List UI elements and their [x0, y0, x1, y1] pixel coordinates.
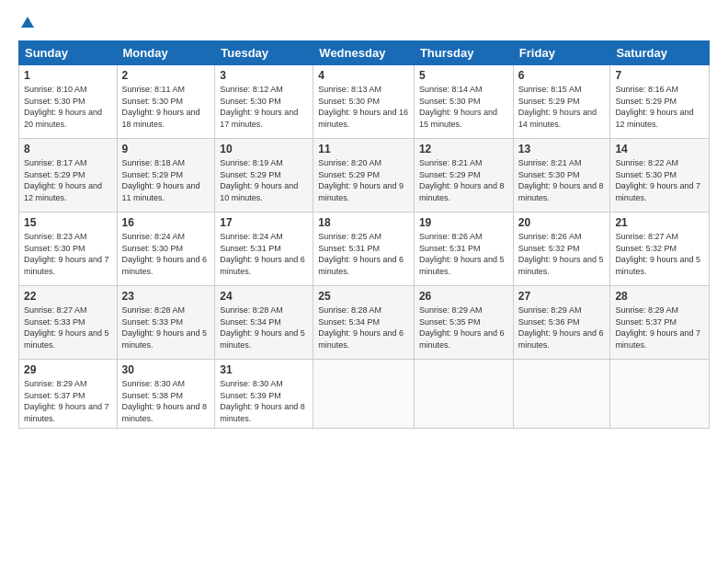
- day-number: 23: [122, 290, 210, 303]
- day-info: Sunrise: 8:29 AM Sunset: 5:35 PM Dayligh…: [419, 305, 505, 350]
- day-number: 1: [24, 69, 112, 82]
- day-info: Sunrise: 8:23 AM Sunset: 5:30 PM Dayligh…: [24, 232, 109, 276]
- weekday-header-friday: Friday: [513, 41, 610, 65]
- day-info: Sunrise: 8:27 AM Sunset: 5:33 PM Dayligh…: [24, 305, 109, 350]
- calendar-cell: 27 Sunrise: 8:29 AM Sunset: 5:36 PM Dayl…: [513, 286, 610, 360]
- day-number: 2: [122, 69, 210, 82]
- day-number: 6: [518, 69, 606, 82]
- day-info: Sunrise: 8:25 AM Sunset: 5:31 PM Dayligh…: [318, 232, 404, 276]
- calendar-cell: [313, 360, 415, 429]
- calendar-cell: 19 Sunrise: 8:26 AM Sunset: 5:31 PM Dayl…: [414, 213, 513, 286]
- calendar-cell: 25 Sunrise: 8:28 AM Sunset: 5:34 PM Dayl…: [313, 286, 415, 360]
- calendar-cell: 12 Sunrise: 8:21 AM Sunset: 5:29 PM Dayl…: [414, 139, 513, 213]
- day-info: Sunrise: 8:26 AM Sunset: 5:32 PM Dayligh…: [518, 232, 604, 276]
- calendar-cell: 6 Sunrise: 8:15 AM Sunset: 5:29 PM Dayli…: [513, 65, 610, 139]
- logo: [18, 15, 37, 31]
- calendar: SundayMondayTuesdayWednesdayThursdayFrid…: [18, 40, 710, 429]
- calendar-cell: 30 Sunrise: 8:30 AM Sunset: 5:38 PM Dayl…: [117, 360, 215, 429]
- weekday-header-row: SundayMondayTuesdayWednesdayThursdayFrid…: [19, 41, 710, 65]
- day-number: 18: [318, 216, 409, 229]
- calendar-cell: 21 Sunrise: 8:27 AM Sunset: 5:32 PM Dayl…: [610, 213, 710, 286]
- svg-marker-0: [21, 17, 34, 28]
- day-number: 19: [419, 216, 508, 229]
- day-info: Sunrise: 8:29 AM Sunset: 5:37 PM Dayligh…: [615, 305, 700, 350]
- calendar-cell: [610, 360, 710, 429]
- calendar-cell: 16 Sunrise: 8:24 AM Sunset: 5:30 PM Dayl…: [117, 213, 215, 286]
- calendar-cell: 14 Sunrise: 8:22 AM Sunset: 5:30 PM Dayl…: [610, 139, 710, 213]
- day-number: 28: [615, 290, 704, 303]
- day-info: Sunrise: 8:26 AM Sunset: 5:31 PM Dayligh…: [419, 232, 505, 276]
- day-info: Sunrise: 8:19 AM Sunset: 5:29 PM Dayligh…: [220, 158, 298, 202]
- calendar-cell: 13 Sunrise: 8:21 AM Sunset: 5:30 PM Dayl…: [513, 139, 610, 213]
- day-number: 26: [419, 290, 508, 303]
- header: [18, 15, 710, 31]
- calendar-cell: [414, 360, 513, 429]
- weekday-header-tuesday: Tuesday: [215, 41, 313, 65]
- day-info: Sunrise: 8:14 AM Sunset: 5:30 PM Dayligh…: [419, 85, 497, 129]
- day-info: Sunrise: 8:16 AM Sunset: 5:29 PM Dayligh…: [615, 85, 693, 129]
- day-number: 4: [318, 69, 409, 82]
- calendar-cell: 15 Sunrise: 8:23 AM Sunset: 5:30 PM Dayl…: [19, 213, 118, 286]
- calendar-cell: 4 Sunrise: 8:13 AM Sunset: 5:30 PM Dayli…: [313, 65, 415, 139]
- day-number: 10: [220, 143, 308, 155]
- day-number: 12: [419, 143, 508, 155]
- day-number: 31: [220, 363, 308, 376]
- day-info: Sunrise: 8:15 AM Sunset: 5:29 PM Dayligh…: [518, 85, 597, 129]
- calendar-cell: 1 Sunrise: 8:10 AM Sunset: 5:30 PM Dayli…: [19, 65, 118, 139]
- day-info: Sunrise: 8:24 AM Sunset: 5:31 PM Dayligh…: [220, 232, 305, 276]
- day-number: 15: [24, 216, 112, 229]
- calendar-cell: 23 Sunrise: 8:28 AM Sunset: 5:33 PM Dayl…: [117, 286, 215, 360]
- calendar-cell: 24 Sunrise: 8:28 AM Sunset: 5:34 PM Dayl…: [215, 286, 313, 360]
- calendar-cell: 9 Sunrise: 8:18 AM Sunset: 5:29 PM Dayli…: [117, 139, 215, 213]
- day-info: Sunrise: 8:21 AM Sunset: 5:30 PM Dayligh…: [518, 158, 604, 202]
- logo-icon: [19, 15, 36, 31]
- day-number: 5: [419, 69, 508, 82]
- weekday-header-thursday: Thursday: [414, 41, 513, 65]
- day-number: 22: [24, 290, 112, 303]
- day-info: Sunrise: 8:13 AM Sunset: 5:30 PM Dayligh…: [318, 85, 408, 129]
- calendar-cell: 17 Sunrise: 8:24 AM Sunset: 5:31 PM Dayl…: [215, 213, 313, 286]
- day-info: Sunrise: 8:28 AM Sunset: 5:33 PM Dayligh…: [122, 305, 208, 350]
- page: SundayMondayTuesdayWednesdayThursdayFrid…: [0, 0, 728, 563]
- weekday-header-sunday: Sunday: [19, 41, 118, 65]
- day-info: Sunrise: 8:17 AM Sunset: 5:29 PM Dayligh…: [24, 158, 102, 202]
- calendar-cell: 7 Sunrise: 8:16 AM Sunset: 5:29 PM Dayli…: [610, 65, 710, 139]
- day-info: Sunrise: 8:28 AM Sunset: 5:34 PM Dayligh…: [220, 305, 305, 350]
- day-number: 11: [318, 143, 409, 155]
- calendar-cell: 18 Sunrise: 8:25 AM Sunset: 5:31 PM Dayl…: [313, 213, 415, 286]
- day-number: 30: [122, 363, 210, 376]
- day-number: 8: [24, 143, 112, 155]
- day-info: Sunrise: 8:28 AM Sunset: 5:34 PM Dayligh…: [318, 305, 404, 350]
- day-number: 17: [220, 216, 308, 229]
- day-info: Sunrise: 8:21 AM Sunset: 5:29 PM Dayligh…: [419, 158, 505, 202]
- day-number: 9: [122, 143, 210, 155]
- calendar-cell: 2 Sunrise: 8:11 AM Sunset: 5:30 PM Dayli…: [117, 65, 215, 139]
- day-number: 27: [518, 290, 606, 303]
- weekday-header-saturday: Saturday: [610, 41, 710, 65]
- day-number: 21: [615, 216, 704, 229]
- calendar-cell: 20 Sunrise: 8:26 AM Sunset: 5:32 PM Dayl…: [513, 213, 610, 286]
- day-number: 16: [122, 216, 210, 229]
- day-number: 29: [24, 363, 112, 376]
- day-number: 7: [615, 69, 704, 82]
- calendar-cell: 26 Sunrise: 8:29 AM Sunset: 5:35 PM Dayl…: [414, 286, 513, 360]
- day-info: Sunrise: 8:12 AM Sunset: 5:30 PM Dayligh…: [220, 85, 298, 129]
- day-info: Sunrise: 8:29 AM Sunset: 5:37 PM Dayligh…: [24, 379, 109, 423]
- day-info: Sunrise: 8:30 AM Sunset: 5:39 PM Dayligh…: [220, 379, 305, 423]
- day-info: Sunrise: 8:11 AM Sunset: 5:30 PM Dayligh…: [122, 85, 200, 129]
- calendar-cell: 10 Sunrise: 8:19 AM Sunset: 5:29 PM Dayl…: [215, 139, 313, 213]
- day-info: Sunrise: 8:30 AM Sunset: 5:38 PM Dayligh…: [122, 379, 208, 423]
- day-info: Sunrise: 8:22 AM Sunset: 5:30 PM Dayligh…: [615, 158, 700, 202]
- day-number: 3: [220, 69, 308, 82]
- day-info: Sunrise: 8:29 AM Sunset: 5:36 PM Dayligh…: [518, 305, 604, 350]
- day-number: 20: [518, 216, 606, 229]
- day-number: 14: [615, 143, 704, 155]
- weekday-header-monday: Monday: [117, 41, 215, 65]
- calendar-cell: 8 Sunrise: 8:17 AM Sunset: 5:29 PM Dayli…: [19, 139, 118, 213]
- calendar-cell: 11 Sunrise: 8:20 AM Sunset: 5:29 PM Dayl…: [313, 139, 415, 213]
- calendar-cell: 29 Sunrise: 8:29 AM Sunset: 5:37 PM Dayl…: [19, 360, 118, 429]
- calendar-cell: 5 Sunrise: 8:14 AM Sunset: 5:30 PM Dayli…: [414, 65, 513, 139]
- calendar-cell: 22 Sunrise: 8:27 AM Sunset: 5:33 PM Dayl…: [19, 286, 118, 360]
- day-info: Sunrise: 8:18 AM Sunset: 5:29 PM Dayligh…: [122, 158, 200, 202]
- logo-text: [18, 15, 37, 31]
